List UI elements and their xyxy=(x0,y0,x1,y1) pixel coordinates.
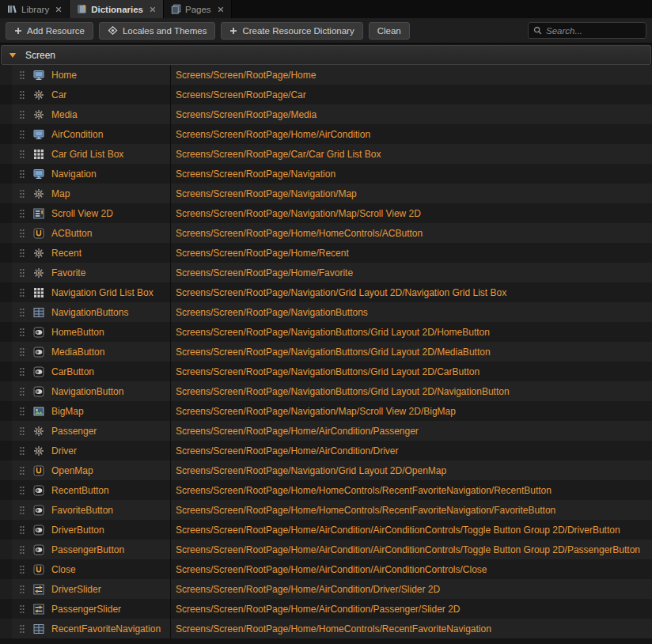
drag-handle-icon[interactable] xyxy=(12,401,32,421)
drag-handle-icon[interactable] xyxy=(12,460,32,480)
row-gutter xyxy=(0,381,12,401)
node2d-icon xyxy=(32,104,46,124)
drag-handle-icon[interactable] xyxy=(12,184,32,203)
row-gutter xyxy=(0,401,12,421)
table-row[interactable]: OpenMapScreens/Screen/RootPage/Navigatio… xyxy=(0,460,652,480)
table-row[interactable]: Scroll View 2DScreens/Screen/RootPage/Na… xyxy=(0,203,652,223)
table-row[interactable]: BigMapScreens/Screen/RootPage/Navigation… xyxy=(0,401,652,421)
table-row[interactable]: FavoriteButtonScreens/Screen/RootPage/Ho… xyxy=(0,500,652,520)
row-gutter xyxy=(0,124,12,144)
row-gutter xyxy=(0,520,12,540)
drag-handle-icon[interactable] xyxy=(12,520,32,540)
collapse-triangle-icon[interactable] xyxy=(9,52,17,59)
table-row[interactable]: DriverButtonScreens/Screen/RootPage/Home… xyxy=(0,520,652,540)
resource-path: Screens/Screen/RootPage/Home/HomeControl… xyxy=(170,619,652,638)
table-row[interactable]: DriverSliderScreens/Screen/RootPage/Home… xyxy=(0,579,652,599)
drag-handle-icon[interactable] xyxy=(12,619,32,638)
layout-icon xyxy=(32,302,46,322)
close-icon[interactable] xyxy=(218,6,224,13)
table-row[interactable]: Car Grid List BoxScreens/Screen/RootPage… xyxy=(0,144,652,164)
table-row[interactable]: HomeScreens/Screen/RootPage/Home xyxy=(0,65,652,85)
drag-handle-icon[interactable] xyxy=(12,243,32,263)
drag-handle-icon[interactable] xyxy=(12,282,32,302)
add-resource-button[interactable]: Add Resource xyxy=(6,22,93,40)
drag-handle-icon[interactable] xyxy=(12,263,32,282)
search-input[interactable] xyxy=(546,26,641,36)
table-row[interactable]: CarButtonScreens/Screen/RootPage/Navigat… xyxy=(0,362,652,381)
toggle-icon xyxy=(32,362,46,381)
tab-pages-label: Pages xyxy=(185,5,211,14)
node2d-icon xyxy=(32,441,46,460)
group-header-screen[interactable]: Screen xyxy=(1,45,651,65)
row-gutter xyxy=(0,164,12,184)
locales-and-themes-button[interactable]: Locales and Themes xyxy=(99,22,216,40)
table-row[interactable]: PassengerScreens/Screen/RootPage/Home/Ai… xyxy=(0,421,652,441)
drag-handle-icon[interactable] xyxy=(12,421,32,441)
dictionaries-icon xyxy=(77,4,87,14)
drag-handle-icon[interactable] xyxy=(12,500,32,520)
resource-name: DriverSlider xyxy=(46,579,170,599)
table-row[interactable]: MapScreens/Screen/RootPage/Navigation/Ma… xyxy=(0,184,652,203)
drag-handle-icon[interactable] xyxy=(12,540,32,559)
drag-handle-icon[interactable] xyxy=(12,203,32,223)
drag-handle-icon[interactable] xyxy=(12,441,32,460)
table-row[interactable]: PassengerButtonScreens/Screen/RootPage/H… xyxy=(0,540,652,559)
table-row[interactable]: FavoriteScreens/Screen/RootPage/Home/Fav… xyxy=(0,263,652,282)
table-row[interactable]: RecentScreens/Screen/RootPage/Home/Recen… xyxy=(0,243,652,263)
resource-path: Screens/Screen/RootPage/NavigationButton… xyxy=(170,302,652,322)
table-row[interactable]: DriverScreens/Screen/RootPage/Home/AirCo… xyxy=(0,441,652,460)
tab-library[interactable]: Library xyxy=(0,0,70,18)
drag-handle-icon[interactable] xyxy=(12,599,32,619)
drag-handle-icon[interactable] xyxy=(12,164,32,184)
table-row[interactable]: CarScreens/Screen/RootPage/Car xyxy=(0,85,652,104)
resource-path: Screens/Screen/RootPage/Home/Favorite xyxy=(170,263,652,282)
resource-path: Screens/Screen/RootPage/Navigation/Map/S… xyxy=(170,203,652,223)
drag-handle-icon[interactable] xyxy=(12,124,32,144)
drag-handle-icon[interactable] xyxy=(12,322,32,342)
drag-handle-icon[interactable] xyxy=(12,381,32,401)
row-gutter xyxy=(0,104,12,124)
close-icon[interactable] xyxy=(55,6,62,13)
drag-handle-icon[interactable] xyxy=(12,480,32,500)
row-gutter xyxy=(0,282,12,302)
resource-path: Screens/Screen/RootPage/Home/HomeControl… xyxy=(170,480,652,500)
table-row[interactable]: NavigationButtonsScreens/Screen/RootPage… xyxy=(0,302,652,322)
table-row[interactable]: Navigation Grid List BoxScreens/Screen/R… xyxy=(0,282,652,302)
drag-handle-icon[interactable] xyxy=(12,144,32,164)
drag-handle-icon[interactable] xyxy=(12,342,32,362)
drag-handle-icon[interactable] xyxy=(12,223,32,243)
node2d-icon xyxy=(32,263,46,282)
table-row[interactable]: ACButtonScreens/Screen/RootPage/Home/Hom… xyxy=(0,223,652,243)
row-gutter xyxy=(0,302,12,322)
resource-path: Screens/Screen/RootPage/Navigation xyxy=(170,164,652,184)
resource-name: AirCondition xyxy=(46,124,170,144)
table-row[interactable]: CloseScreens/Screen/RootPage/Home/AirCon… xyxy=(0,559,652,579)
resource-path: Screens/Screen/RootPage/Home/AirConditio… xyxy=(170,579,652,599)
table-row[interactable]: HomeButtonScreens/Screen/RootPage/Naviga… xyxy=(0,322,652,342)
tab-pages[interactable]: Pages xyxy=(164,0,232,18)
close-icon[interactable] xyxy=(150,6,156,13)
drag-handle-icon[interactable] xyxy=(12,85,32,104)
drag-handle-icon[interactable] xyxy=(12,104,32,124)
table-row[interactable]: RecentFavoriteNavigationScreens/Screen/R… xyxy=(0,619,652,638)
tab-dictionaries[interactable]: Dictionaries xyxy=(70,0,164,18)
resource-name: Car Grid List Box xyxy=(46,144,170,164)
drag-handle-icon[interactable] xyxy=(12,362,32,381)
create-resource-dictionary-button[interactable]: Create Resource Dictionary xyxy=(221,22,362,40)
table-row[interactable]: PassengerSliderScreens/Screen/RootPage/H… xyxy=(0,599,652,619)
table-row[interactable]: AirConditionScreens/Screen/RootPage/Home… xyxy=(0,124,652,144)
drag-handle-icon[interactable] xyxy=(12,579,32,599)
resource-name: CarButton xyxy=(46,362,170,381)
table-row[interactable]: NavigationScreens/Screen/RootPage/Naviga… xyxy=(0,164,652,184)
table-row[interactable]: NavigationButtonScreens/Screen/RootPage/… xyxy=(0,381,652,401)
drag-handle-icon[interactable] xyxy=(12,302,32,322)
table-row[interactable]: MediaButtonScreens/Screen/RootPage/Navig… xyxy=(0,342,652,362)
row-gutter xyxy=(0,619,12,638)
row-gutter xyxy=(0,65,12,85)
table-row[interactable]: RecentButtonScreens/Screen/RootPage/Home… xyxy=(0,480,652,500)
drag-handle-icon[interactable] xyxy=(12,559,32,579)
row-gutter xyxy=(0,599,12,619)
table-row[interactable]: MediaScreens/Screen/RootPage/Media xyxy=(0,104,652,124)
clean-button[interactable]: Clean xyxy=(369,22,410,40)
drag-handle-icon[interactable] xyxy=(12,65,32,85)
